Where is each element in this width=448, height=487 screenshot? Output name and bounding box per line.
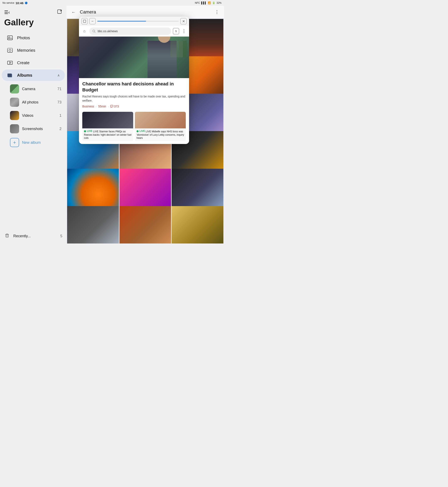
sidebar-nav: Photos Memories <box>0 32 66 150</box>
sidebar-top-buttons: ☰‹ <box>0 9 66 17</box>
svg-rect-16 <box>83 20 86 23</box>
browser-tab-button[interactable]: 1 <box>173 28 179 34</box>
albums-label: Albums <box>17 73 32 78</box>
new-album-button[interactable]: + New album <box>0 136 66 150</box>
browser-meta-sep1: · <box>96 105 97 108</box>
memories-icon <box>7 47 13 54</box>
screenshots-album-count: 2 <box>59 127 62 131</box>
camera-thumb <box>10 84 19 94</box>
photo-cell[interactable] <box>172 206 223 243</box>
browser-time-ago: 55min <box>98 105 106 108</box>
sidebar-item-albums[interactable]: Albums ∧ <box>2 69 65 81</box>
videos-album-name: Videos <box>22 113 56 118</box>
browser-progress-inner <box>97 21 146 22</box>
album-item-screenshots[interactable]: Screenshots 2 <box>0 122 66 136</box>
browser-comments: 373 <box>110 105 119 108</box>
browser-news-img-2 <box>135 112 186 128</box>
browser-hero-image <box>79 37 189 78</box>
album-item-camera[interactable]: Camera 71 <box>0 82 66 96</box>
browser-progress-bar <box>97 21 179 22</box>
svg-line-18 <box>95 32 95 33</box>
browser-sub-text: Rachel Reeves says tough choices will ha… <box>82 95 186 103</box>
browser-close-button[interactable]: ✕ <box>180 18 187 24</box>
videos-thumb <box>10 111 19 120</box>
photo-cell[interactable] <box>120 206 171 243</box>
browser-minimize-button[interactable]: − <box>89 18 96 24</box>
svg-point-5 <box>8 37 10 38</box>
live-badge-2: LIVE <box>136 130 145 133</box>
browser-url-text: bbc.co.uk/news <box>98 30 169 33</box>
browser-news-item-1[interactable]: LIVE LIVE Starmer faces PMQs as Reeves b… <box>82 112 133 141</box>
wifi-icon: 📶 <box>208 1 211 4</box>
compose-icon[interactable] <box>57 9 62 16</box>
screenshots-thumb <box>10 124 19 133</box>
sidebar: ☰‹ Gallery <box>0 6 66 243</box>
browser-news-text-2: LIVE LIVE Midwife says NHS boss was 'dis… <box>135 128 186 141</box>
photos-label: Photos <box>17 36 30 40</box>
nfc-icon: NFC <box>195 1 200 4</box>
browser-meta-sep2: · <box>108 105 109 108</box>
allphotos-album-name: All photos <box>22 100 55 104</box>
sidebar-item-create[interactable]: Create <box>2 57 65 69</box>
hamburger-close-icon[interactable]: ☰‹ <box>4 10 10 15</box>
browser-news-grid: LIVE LIVE Starmer faces PMQs as Reeves b… <box>79 110 189 144</box>
browser-news-item-2[interactable]: LIVE LIVE Midwife says NHS boss was 'dis… <box>135 112 186 141</box>
browser-tab-count: 1 <box>175 30 177 33</box>
new-album-plus-icon: + <box>10 138 19 147</box>
browser-url-search-icon <box>92 29 96 33</box>
svg-rect-9 <box>8 61 12 64</box>
svg-rect-13 <box>6 234 8 237</box>
browser-url-bar[interactable]: bbc.co.uk/news <box>89 27 171 35</box>
trash-icon <box>4 233 10 239</box>
create-icon <box>7 59 13 66</box>
browser-fullscreen-button[interactable] <box>81 18 88 24</box>
live-badge-1: LIVE <box>84 130 92 133</box>
sidebar-recently-deleted[interactable]: Recently... 5 <box>0 229 66 243</box>
status-time: 10:46 <box>16 1 24 5</box>
browser-category: Business <box>82 105 94 108</box>
battery-pct: 32% <box>216 1 222 4</box>
right-header-title: Camera <box>80 9 211 15</box>
svg-marker-10 <box>9 62 11 64</box>
back-button[interactable]: ← <box>70 8 77 16</box>
svg-rect-19 <box>111 105 113 107</box>
svg-rect-8 <box>8 48 12 49</box>
browser-news-text-1: LIVE LIVE Starmer faces PMQs as Reeves b… <box>82 128 133 141</box>
status-left: No service 10:46 🔵 <box>2 1 28 5</box>
allphotos-album-count: 73 <box>57 100 62 104</box>
browser-meta: Business · 55min · 373 <box>82 105 186 108</box>
albums-chevron-icon: ∧ <box>57 73 60 77</box>
create-label: Create <box>17 60 30 65</box>
recently-count: 5 <box>60 234 62 238</box>
header-more-button[interactable]: ⋮ <box>213 8 221 16</box>
browser-overlay: − ✕ ⌂ bbc.co.uk/news 1 ⋮ <box>79 17 189 144</box>
browser-more-button[interactable]: ⋮ <box>181 28 187 34</box>
photos-icon <box>7 34 13 41</box>
album-item-allphotos[interactable]: All photos 73 <box>0 96 66 109</box>
status-bar: No service 10:46 🔵 NFC ▌▌▌ 📶 🔋 32% <box>0 0 224 6</box>
sim-icon: 🔵 <box>25 2 28 4</box>
browser-news-img-1 <box>82 112 133 128</box>
videos-album-count: 1 <box>59 113 62 118</box>
recently-label: Recently... <box>13 234 57 238</box>
camera-album-name: Camera <box>22 87 55 91</box>
sidebar-item-memories[interactable]: Memories <box>2 44 65 56</box>
photo-cell[interactable] <box>67 206 119 243</box>
album-item-videos[interactable]: Videos 1 <box>0 109 66 122</box>
camera-album-count: 71 <box>57 87 62 91</box>
browser-home-button[interactable]: ⌂ <box>81 28 88 34</box>
sidebar-title: Gallery <box>0 17 66 32</box>
browser-comments-count: 373 <box>114 105 119 108</box>
albums-section: Camera 71 All photos 73 Videos 1 Screens… <box>0 82 66 150</box>
no-service-text: No service <box>2 1 14 4</box>
screenshots-album-name: Screenshots <box>22 127 56 131</box>
sidebar-item-photos[interactable]: Photos <box>2 32 65 44</box>
browser-headline: Chancellor warns hard decisions ahead in… <box>82 81 186 93</box>
browser-titlebar: − ✕ <box>79 17 189 26</box>
right-header: ← Camera ⋮ <box>66 6 224 18</box>
battery-icon: 🔋 <box>212 1 215 4</box>
signal-icon: ▌▌▌ <box>201 1 207 4</box>
svg-rect-12 <box>8 73 12 77</box>
svg-rect-4 <box>8 36 12 40</box>
svg-point-17 <box>93 30 95 32</box>
